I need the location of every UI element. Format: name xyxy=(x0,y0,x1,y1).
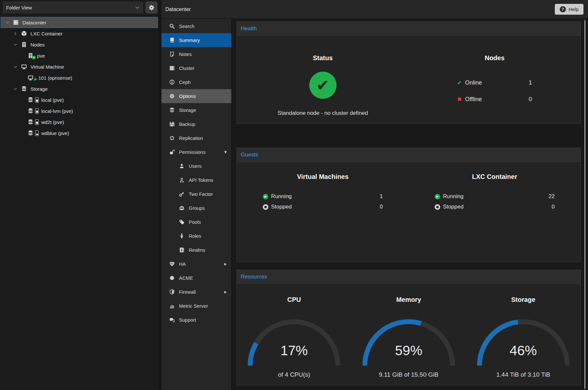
tree-item-lxc-container[interactable]: LXC Container xyxy=(0,28,159,39)
chevron-right-icon: ▶ xyxy=(224,262,227,266)
guests-vm-column: Virtual Machines ▶ Running 1 Stopped xyxy=(237,162,409,262)
person-icon xyxy=(178,233,185,239)
database-icon xyxy=(169,107,175,113)
cpu-gauge-column: CPU 17% of 4 CPU(s) xyxy=(237,284,352,386)
menu-item-firewall[interactable]: Firewall ▶ xyxy=(161,285,231,299)
nodes-online-row: ✔ Online 1 xyxy=(457,78,532,87)
tree-item-vm-101[interactable]: ▶ 101 (opnsense) xyxy=(0,72,159,83)
vertical-scrollbar[interactable] xyxy=(584,20,585,389)
database-usage-icon xyxy=(27,119,34,125)
menu-item-pools[interactable]: Pools xyxy=(161,215,231,229)
user-outline-icon xyxy=(178,177,185,183)
nodes-offline-row: ✖ Offline 0 xyxy=(457,95,532,104)
book-icon xyxy=(169,37,175,43)
expander-icon[interactable] xyxy=(6,20,12,25)
health-panel-header: Health xyxy=(237,22,581,36)
cross-icon: ✖ xyxy=(457,96,465,102)
vm-stopped-count: 0 xyxy=(380,204,383,210)
usage-gauge-icon xyxy=(35,97,39,103)
menu-item-api-tokens[interactable]: API Tokens xyxy=(161,173,231,187)
memory-percent: 59% xyxy=(360,343,457,358)
menu-item-options[interactable]: Options xyxy=(161,89,231,103)
view-selector[interactable]: Folder View xyxy=(3,2,143,13)
memory-gauge: 59% xyxy=(360,316,457,370)
expander-icon[interactable] xyxy=(14,87,20,91)
tree-item-storage-wdblue[interactable]: wdblue (pve) xyxy=(0,128,159,139)
offline-label: Offline xyxy=(465,96,482,103)
tree-item-pve[interactable]: ✔ pve xyxy=(0,50,159,61)
cpu-percent: 17% xyxy=(245,343,343,358)
menu-item-storage[interactable]: Storage xyxy=(161,103,231,117)
menu-item-realms[interactable]: Realms xyxy=(161,243,231,257)
menu-item-two-factor[interactable]: Two Factor xyxy=(161,187,231,201)
unlock-icon xyxy=(169,149,175,155)
chevron-right-icon: ▶ xyxy=(224,290,227,294)
memory-detail: 9.11 GiB of 15.50 GiB xyxy=(352,371,466,378)
building-icon xyxy=(20,42,28,47)
gear-icon xyxy=(148,5,155,11)
help-button-label: Help xyxy=(569,7,579,12)
menu-item-search[interactable]: Search xyxy=(161,19,231,33)
vm-stopped-row: Stopped 0 xyxy=(263,202,383,212)
menu-item-backup[interactable]: Backup xyxy=(161,117,231,131)
menu-item-notes[interactable]: Notes xyxy=(161,47,231,61)
heartbeat-icon xyxy=(169,261,175,267)
menu-item-cluster[interactable]: Cluster xyxy=(161,61,231,75)
storage-heading: Storage xyxy=(466,296,581,303)
vm-stopped-label: Stopped xyxy=(271,204,292,210)
comments-icon xyxy=(169,317,175,323)
guests-panel: Guests Virtual Machines ▶ Running 1 xyxy=(236,148,581,262)
menu-item-summary[interactable]: Summary xyxy=(161,33,231,47)
tree-item-storage[interactable]: Storage xyxy=(0,83,159,94)
floppy-icon xyxy=(169,121,175,127)
tree-item-storage-local-lvm[interactable]: local-lvm (pve) xyxy=(0,105,159,116)
menu-item-support[interactable]: Support xyxy=(161,313,231,327)
tag-icon xyxy=(178,219,185,225)
online-label: Online xyxy=(465,79,482,86)
database-usage-icon xyxy=(27,108,34,114)
check-circle-icon: ✔ xyxy=(309,72,337,99)
menu-item-permissions[interactable]: Permissions ▼ xyxy=(161,145,231,159)
cpu-heading: CPU xyxy=(237,296,352,303)
usage-gauge-icon xyxy=(35,130,39,136)
lxc-stopped-row: Stopped 0 xyxy=(435,202,555,212)
vm-heading: Virtual Machines xyxy=(237,173,409,181)
shield-icon xyxy=(169,289,175,295)
menu-item-ceph[interactable]: Ceph xyxy=(161,75,231,89)
check-icon: ✔ xyxy=(457,79,465,86)
menu-item-ha[interactable]: HA ▶ xyxy=(161,257,231,271)
content-header: Datacenter ? Help xyxy=(161,0,588,19)
proxmox-app: Folder View Datacenter LXC Container N xyxy=(0,0,588,390)
menu-item-replication[interactable]: Replication xyxy=(161,131,231,145)
guests-title: Guests xyxy=(241,152,258,158)
expander-icon[interactable] xyxy=(14,64,20,69)
expander-icon[interactable] xyxy=(14,31,20,36)
play-circle-icon: ▶ xyxy=(263,194,268,199)
users-icon xyxy=(178,205,185,211)
gear-icon xyxy=(169,93,175,99)
menu-item-users[interactable]: Users xyxy=(161,159,231,173)
guests-panel-header: Guests xyxy=(237,148,581,162)
note-icon xyxy=(169,51,175,57)
tree-item-datacenter[interactable]: Datacenter xyxy=(1,17,158,28)
expander-icon[interactable] xyxy=(14,42,20,47)
tree-item-storage-local[interactable]: local (pve) xyxy=(0,94,159,105)
menu-item-acme[interactable]: ACME xyxy=(161,271,231,285)
user-icon xyxy=(178,163,185,169)
menu-item-metric-server[interactable]: Metric Server xyxy=(161,299,231,313)
tree-item-storage-wd2t[interactable]: wd2t (pve) xyxy=(0,116,159,128)
help-button[interactable]: ? Help xyxy=(555,4,583,15)
memory-heading: Memory xyxy=(352,296,466,303)
online-count: 1 xyxy=(529,79,532,86)
menu-item-groups[interactable]: Groups xyxy=(161,201,231,215)
bar-chart-icon xyxy=(169,303,175,309)
lxc-running-label: Running xyxy=(443,193,464,200)
tree-settings-button[interactable] xyxy=(146,2,157,13)
chevron-down-icon: ▼ xyxy=(224,150,227,154)
tree-item-virtual-machine[interactable]: Virtual Machine xyxy=(0,61,159,72)
menu-item-roles[interactable]: Roles xyxy=(161,229,231,243)
tree-item-nodes[interactable]: Nodes xyxy=(0,39,159,50)
chevron-down-icon xyxy=(135,6,139,10)
usage-gauge-icon xyxy=(35,119,39,125)
vm-running-label: Running xyxy=(271,193,292,200)
